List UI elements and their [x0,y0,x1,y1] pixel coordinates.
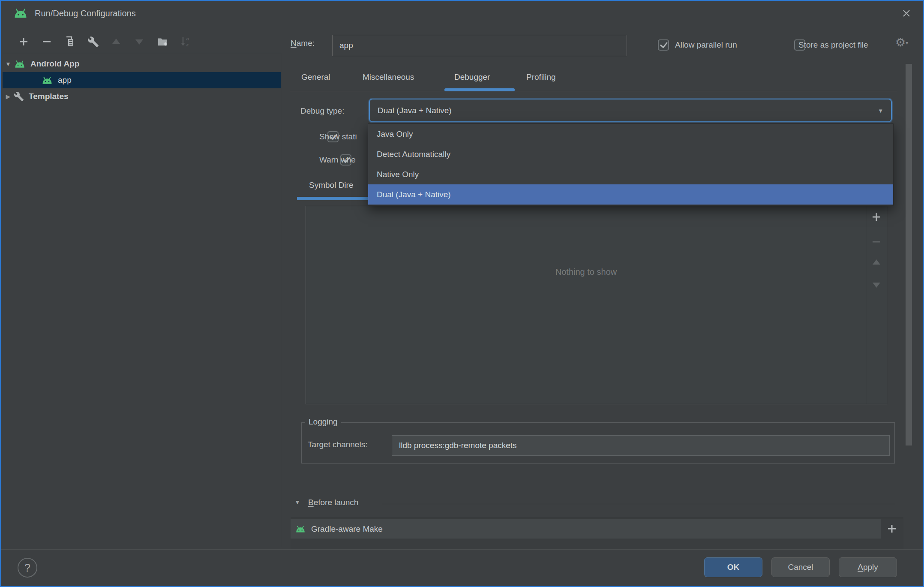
option-native-only[interactable]: Native Only [368,164,893,184]
move-up-icon[interactable] [110,36,122,48]
tab-miscellaneous[interactable]: Miscellaneous [363,72,414,82]
debug-type-label: Debug type: [300,106,344,116]
option-java-only[interactable]: Java Only [368,124,893,144]
android-icon [13,7,28,19]
allow-parallel-run-label: Allow parallel run [675,40,737,50]
debug-type-dropdown-popup: Java Only Detect Automatically Native On… [368,123,894,206]
symbol-directories-tab[interactable]: Symbol Dire [309,181,353,190]
add-icon[interactable] [18,36,30,48]
tree-item-android-app[interactable]: ▼ Android App [3,56,281,72]
warn-when-label: Warn whe [319,155,356,165]
target-channels-input[interactable] [392,436,889,455]
option-dual-java-native[interactable]: Dual (Java + Native) [368,184,893,205]
sort-alphabetically-icon[interactable]: a z [180,36,192,48]
chevron-right-icon[interactable]: ▶ [3,93,14,100]
tree-item-templates[interactable]: ▶ Templates [3,88,281,105]
cancel-button[interactable]: Cancel [771,557,830,577]
chevron-down-icon[interactable]: ▼ [294,499,300,506]
before-launch-item-gradle-aware-make[interactable]: Gradle-aware Make [291,519,881,539]
gear-icon[interactable]: ⚙▾ [895,36,908,49]
tree-item-label: Templates [29,92,69,101]
tree-item-app[interactable]: app [3,72,281,88]
debug-type-combobox[interactable]: Dual (Java + Native) ▼ [369,99,892,122]
debug-type-value: Dual (Java + Native) [370,106,452,115]
chevron-down-icon: ▼ [878,107,883,114]
android-icon [14,60,26,69]
ok-button[interactable]: OK [704,557,762,577]
before-launch-add-icon[interactable] [886,523,897,534]
apply-button[interactable]: Apply [839,557,897,577]
empty-list-message: Nothing to show [306,267,866,277]
android-icon [295,525,306,533]
chevron-down-icon[interactable]: ▼ [3,60,14,67]
before-launch-item-label: Gradle-aware Make [311,524,383,534]
close-button[interactable] [899,6,914,21]
titlebar: Run/Debug Configurations [1,1,923,25]
vertical-scrollbar[interactable] [906,64,912,446]
selected-tab-underline [444,88,515,91]
tree-item-label: app [58,75,72,85]
dialog-title: Run/Debug Configurations [35,9,136,18]
tab-debugger[interactable]: Debugger [454,72,490,82]
option-detect-automatically[interactable]: Detect Automatically [368,144,893,164]
tree-item-label: Android App [30,59,79,69]
name-label: Name: [291,39,315,48]
question-mark-icon: ? [24,562,30,574]
wrench-icon [14,91,24,102]
list-toolbar [866,206,887,404]
show-static-label: Show stati [319,132,357,141]
footer-separator [1,549,923,550]
run-debug-configurations-dialog: Run/Debug Configurations [0,0,924,587]
tab-general[interactable]: General [301,72,330,82]
configurations-toolbar: a z [18,32,192,51]
android-icon [41,76,53,85]
before-launch-list: Gradle-aware Make [291,518,903,549]
remove-icon[interactable] [41,36,53,48]
store-as-project-file-label: Store as project file [798,40,868,50]
before-launch-separator [382,504,895,504]
before-launch-label: Before launch [308,498,358,507]
new-folder-icon[interactable] [156,36,168,48]
svg-text:a: a [186,36,189,42]
svg-text:z: z [186,42,189,48]
symbol-directories-list: Nothing to show [306,206,887,404]
tab-separator-line [290,91,897,91]
allow-parallel-run-checkbox[interactable] [658,39,669,51]
move-down-icon[interactable] [133,36,145,48]
list-add-icon[interactable] [866,211,887,223]
help-button[interactable]: ? [18,558,37,578]
logging-group-label: Logging [305,417,341,427]
name-field [332,35,627,56]
copy-icon[interactable] [64,36,76,48]
list-move-down-icon[interactable] [866,279,887,290]
target-channels-field [392,435,890,456]
list-move-up-icon[interactable] [866,257,887,268]
name-input[interactable] [333,35,627,56]
target-channels-label: Target channels: [308,440,367,449]
logging-group: Logging Target channels: [301,422,895,464]
configurations-tree: ▼ Android App app ▶ Templates [3,53,281,547]
tab-profiling[interactable]: Profiling [526,72,556,82]
edit-defaults-wrench-icon[interactable] [87,36,99,48]
list-remove-icon[interactable] [866,236,887,247]
close-icon [900,7,913,20]
